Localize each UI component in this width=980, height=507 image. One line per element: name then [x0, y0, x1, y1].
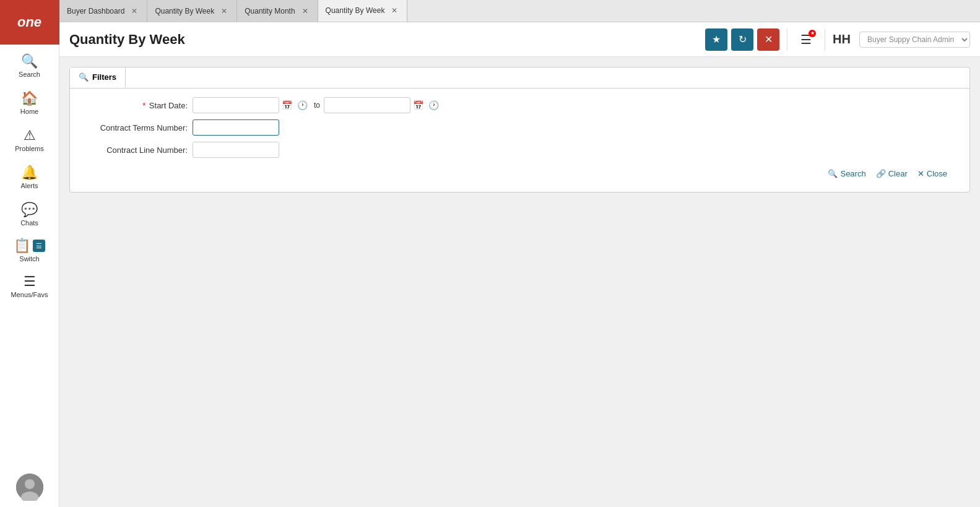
role-selector[interactable]: Buyer Suppy Chain Admin — [859, 32, 970, 48]
home-icon: 🏠 — [21, 90, 38, 106]
contract-line-row: Contract Line Number: — [82, 142, 957, 158]
notifications-button[interactable]: ☰ ★ — [795, 28, 817, 51]
tab-label: Quantity By Week — [326, 6, 385, 15]
sidebar-item-chats[interactable]: 💬 Chats — [0, 196, 59, 233]
sidebar-item-menus[interactable]: ☰ Menus/Favs — [0, 267, 59, 305]
sidebar-item-home[interactable]: 🏠 Home — [0, 84, 59, 121]
avatar[interactable] — [16, 474, 43, 501]
filter-icon: 🔍 — [79, 72, 89, 82]
sidebar-item-label: Chats — [20, 219, 38, 227]
page-content: 🔍 Filters * Start Date: 📅 🕐 to — [59, 57, 980, 507]
tab-close-qty-week-2[interactable]: ✕ — [389, 6, 399, 15]
chat-icon: 💬 — [21, 202, 38, 218]
search-icon: 🔍 — [21, 53, 38, 69]
start-date-to-input[interactable] — [324, 97, 410, 113]
header-divider-2 — [825, 28, 825, 51]
close-link[interactable]: ✕ Close — [917, 169, 947, 178]
tab-close-qty-week-1[interactable]: ✕ — [219, 6, 229, 16]
sidebar-item-switch[interactable]: 📋 ☰ Switch — [0, 233, 59, 267]
filters-tab-bar: 🔍 Filters — [70, 67, 969, 89]
warning-icon: ⚠ — [24, 128, 36, 144]
sidebar-item-label: Menus/Favs — [11, 291, 48, 298]
header-divider — [787, 28, 787, 51]
start-date-clock-icon[interactable]: 🕐 — [295, 99, 310, 111]
start-date-label: * Start Date: — [82, 101, 188, 110]
switch-badge: ☰ — [33, 240, 45, 252]
search-link[interactable]: 🔍 Search — [828, 169, 865, 178]
tab-quantity-by-week-2[interactable]: Quantity By Week ✕ — [318, 0, 408, 22]
switch-icon: 📋 — [14, 238, 30, 254]
menu-icon: ☰ — [24, 274, 36, 290]
header-actions: ★ ↻ ✕ ☰ ★ HH Buyer Suppy Chain Admin — [705, 28, 970, 51]
filters-body: * Start Date: 📅 🕐 to 📅 🕐 Contract Terms … — [70, 89, 969, 192]
sidebar-item-label: Problems — [15, 145, 43, 152]
favorite-button[interactable]: ★ — [705, 28, 727, 51]
start-date-calendar-icon[interactable]: 📅 — [279, 99, 295, 111]
contract-terms-label: Contract Terms Number: — [82, 123, 188, 132]
close-link-icon: ✕ — [917, 169, 924, 178]
notification-badge: ★ — [809, 30, 816, 37]
filters-tab[interactable]: 🔍 Filters — [70, 67, 126, 88]
start-date-from-input[interactable] — [193, 97, 279, 113]
clear-link-label: Clear — [888, 169, 908, 178]
main-area: Buyer Dashboard ✕ Quantity By Week ✕ Qua… — [59, 0, 980, 507]
bell-icon: 🔔 — [21, 165, 38, 181]
search-link-label: Search — [840, 169, 865, 178]
sidebar-item-search[interactable]: 🔍 Search — [0, 47, 59, 84]
clear-link[interactable]: 🔗 Clear — [876, 169, 908, 178]
tab-label: Quantity By Week — [155, 7, 214, 15]
page-header: Quantity By Week ★ ↻ ✕ ☰ ★ HH Buyer Supp… — [59, 22, 980, 57]
filter-actions: 🔍 Search 🔗 Clear ✕ Close — [82, 164, 957, 183]
tab-close-buyer-dashboard[interactable]: ✕ — [129, 6, 139, 16]
contract-line-input[interactable] — [193, 142, 279, 158]
sidebar-item-problems[interactable]: ⚠ Problems — [0, 121, 59, 158]
tab-quantity-by-week-1[interactable]: Quantity By Week ✕ — [147, 0, 237, 22]
refresh-button[interactable]: ↻ — [731, 28, 753, 51]
tab-label: Quantity Month — [245, 7, 295, 15]
contract-terms-input[interactable] — [193, 119, 279, 136]
sidebar-item-label: Home — [20, 108, 38, 115]
sidebar-item-alerts[interactable]: 🔔 Alerts — [0, 158, 59, 196]
svg-point-1 — [25, 479, 35, 489]
tab-quantity-month[interactable]: Quantity Month ✕ — [237, 0, 318, 22]
filters-panel: 🔍 Filters * Start Date: 📅 🕐 to — [69, 67, 970, 193]
contract-terms-row: Contract Terms Number: — [82, 119, 957, 136]
tab-buyer-dashboard[interactable]: Buyer Dashboard ✕ — [59, 0, 147, 22]
app-logo[interactable]: one — [0, 0, 59, 45]
tab-label: Buyer Dashboard — [67, 7, 124, 15]
sidebar-item-label: Alerts — [20, 182, 38, 189]
end-date-calendar-icon[interactable]: 📅 — [410, 99, 426, 111]
end-date-clock-icon[interactable]: 🕐 — [426, 99, 441, 111]
start-date-row: * Start Date: 📅 🕐 to 📅 🕐 — [82, 97, 957, 113]
tab-bar: Buyer Dashboard ✕ Quantity By Week ✕ Qua… — [59, 0, 980, 22]
sidebar-item-label: Search — [19, 71, 40, 78]
close-link-label: Close — [927, 169, 947, 178]
sidebar: one 🔍 Search 🏠 Home ⚠ Problems 🔔 Alerts … — [0, 0, 59, 507]
sidebar-item-label: Switch — [19, 255, 39, 262]
to-label: to — [314, 101, 320, 110]
clear-link-icon: 🔗 — [876, 169, 886, 178]
page-title: Quantity By Week — [69, 32, 705, 48]
search-link-icon: 🔍 — [828, 169, 838, 178]
contract-line-label: Contract Line Number: — [82, 145, 188, 155]
user-initials: HH — [833, 32, 851, 46]
tab-close-qty-month[interactable]: ✕ — [300, 6, 310, 16]
close-tab-button[interactable]: ✕ — [757, 28, 779, 51]
filters-tab-label: Filters — [92, 72, 116, 82]
